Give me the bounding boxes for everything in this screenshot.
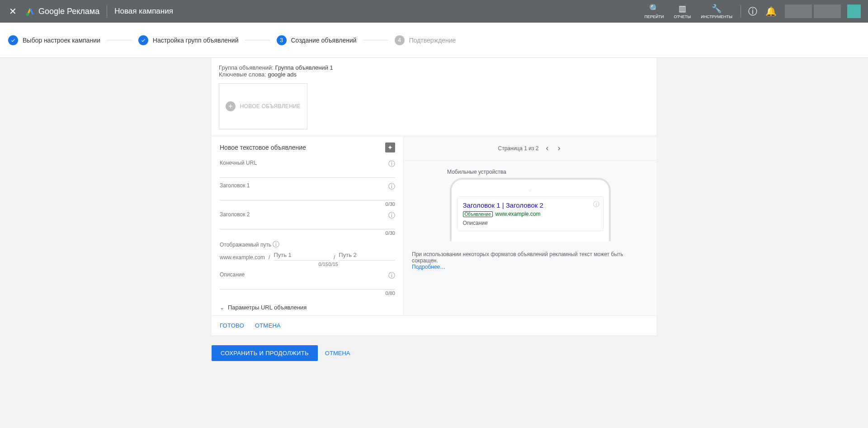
check-icon	[138, 35, 148, 45]
app-header: ✕ Google Реклама Новая кампания 🔍 ПЕРЕЙТ…	[0, 0, 868, 23]
info-icon[interactable]: ⓘ	[593, 200, 599, 209]
ad-badge: Объявление	[463, 211, 493, 217]
help-icon[interactable]: ⓘ	[388, 211, 395, 220]
char-counter: 0/30	[220, 230, 395, 236]
step-4: 4 Подтверждение	[395, 35, 456, 45]
display-path-field: Отображаемый путь ⓘ www.example.com / / …	[220, 240, 395, 267]
char-counter: 0/15	[292, 262, 328, 267]
phone-speaker-icon: ○	[457, 188, 604, 193]
content-panel: Группа объявлений: Группа объявлений 1 К…	[212, 58, 656, 335]
help-icon[interactable]: ⓘ	[745, 2, 761, 21]
chart-icon: ▥	[679, 4, 686, 14]
bookmark-icon[interactable]: ✦	[385, 143, 395, 152]
url-params-expander[interactable]: ⌄ Параметры URL объявления	[220, 304, 395, 311]
step-number: 4	[395, 35, 405, 45]
help-icon[interactable]: ⓘ	[388, 271, 395, 280]
brand-logo[interactable]: Google Реклама	[26, 7, 99, 16]
headline1-input[interactable]	[220, 190, 395, 200]
step-connector	[363, 40, 388, 40]
bell-icon[interactable]: 🔔	[762, 2, 780, 20]
ad-form: Новое текстовое объявление ✦ Конечный UR…	[212, 136, 403, 315]
search-icon: 🔍	[649, 4, 659, 14]
char-counter: 0/15	[329, 262, 338, 267]
headline2-input[interactable]	[220, 219, 395, 229]
done-button[interactable]: ГОТОВО	[220, 322, 244, 329]
avatar[interactable]	[847, 5, 861, 18]
stepper: Выбор настроек кампании Настройка групп …	[0, 23, 868, 58]
brand-text: Google Реклама	[38, 7, 99, 16]
headline2-field: Заголовок 2 ⓘ 0/30	[220, 211, 395, 236]
step-number: 3	[277, 35, 287, 45]
plus-icon: +	[226, 101, 236, 111]
chevron-down-icon: ⌄	[220, 304, 224, 311]
char-counter: 0/30	[220, 201, 395, 207]
phone-frame: ○ ⓘ Заголовок 1 | Заголовок 2 Объявление…	[450, 178, 611, 241]
step-2[interactable]: Настройка групп объявлений	[138, 35, 239, 45]
next-icon[interactable]: ›	[556, 142, 562, 155]
account-pixelated	[785, 5, 812, 18]
footer-actions: СОХРАНИТЬ И ПРОДОЛЖИТЬ ОТМЕНА	[212, 340, 656, 368]
separator	[107, 5, 107, 18]
svg-point-0	[26, 13, 29, 16]
preview-headline: Заголовок 1 | Заголовок 2	[463, 201, 598, 209]
help-icon[interactable]: ⓘ	[273, 240, 279, 248]
char-counter: 0/80	[220, 290, 395, 296]
separator	[741, 5, 741, 18]
account-area[interactable]	[785, 5, 861, 18]
prev-icon[interactable]: ‹	[544, 142, 550, 155]
search-tool[interactable]: 🔍 ПЕРЕЙТИ	[640, 1, 668, 22]
save-continue-button[interactable]: СОХРАНИТЬ И ПРОДОЛЖИТЬ	[212, 345, 318, 361]
step-3: 3 Создание объявлений	[277, 35, 357, 45]
step-1[interactable]: Выбор настроек кампании	[8, 35, 100, 45]
help-icon[interactable]: ⓘ	[388, 182, 395, 191]
preview-url: www.example.com	[495, 211, 541, 217]
learn-more-link[interactable]: Подробнее…	[412, 264, 445, 270]
ad-preview-card: ⓘ Заголовок 1 | Заголовок 2 Объявление w…	[457, 196, 604, 231]
description-input[interactable]	[220, 279, 395, 290]
preview-desc: Описание	[463, 220, 598, 226]
help-icon[interactable]: ⓘ	[388, 160, 395, 168]
cancel-button[interactable]: ОТМЕНА	[255, 322, 281, 329]
final-url-field: Конечный URL ⓘ	[220, 160, 395, 178]
step-connector	[107, 40, 132, 40]
final-url-input[interactable]	[220, 167, 395, 178]
wrench-icon: 🔧	[712, 4, 722, 14]
page-title: Новая кампания	[114, 7, 173, 16]
disclaimer: При использовании некоторых форматов объ…	[409, 251, 651, 270]
preview-panel: Страница 1 из 2 ‹ › Мобильные устройства…	[403, 136, 656, 315]
close-icon[interactable]: ✕	[7, 4, 19, 19]
path1-input[interactable]	[274, 250, 330, 261]
preview-pager: Страница 1 из 2 ‹ ›	[404, 136, 656, 161]
form-actions: ГОТОВО ОТМЕНА	[212, 315, 656, 335]
footer-cancel-button[interactable]: ОТМЕНА	[325, 350, 350, 357]
account-pixelated	[814, 5, 841, 18]
headline1-field: Заголовок 1 ⓘ 0/30	[220, 182, 395, 207]
check-icon	[8, 35, 18, 45]
reports-tool[interactable]: ▥ ОТЧЕТЫ	[669, 1, 695, 22]
path2-input[interactable]	[339, 250, 395, 261]
form-title: Новое текстовое объявление	[220, 144, 306, 151]
step-connector	[245, 40, 270, 40]
instruments-tool[interactable]: 🔧 ИНСТРУМЕНТЫ	[696, 1, 737, 22]
ad-group-info: Группа объявлений: Группа объявлений 1 К…	[212, 58, 656, 81]
description-field: Описание ⓘ 0/80	[220, 271, 395, 296]
new-ad-card[interactable]: + НОВОЕ ОБЪЯВЛЕНИЕ	[219, 83, 307, 129]
mobile-label: Мобильные устройства	[447, 169, 651, 175]
